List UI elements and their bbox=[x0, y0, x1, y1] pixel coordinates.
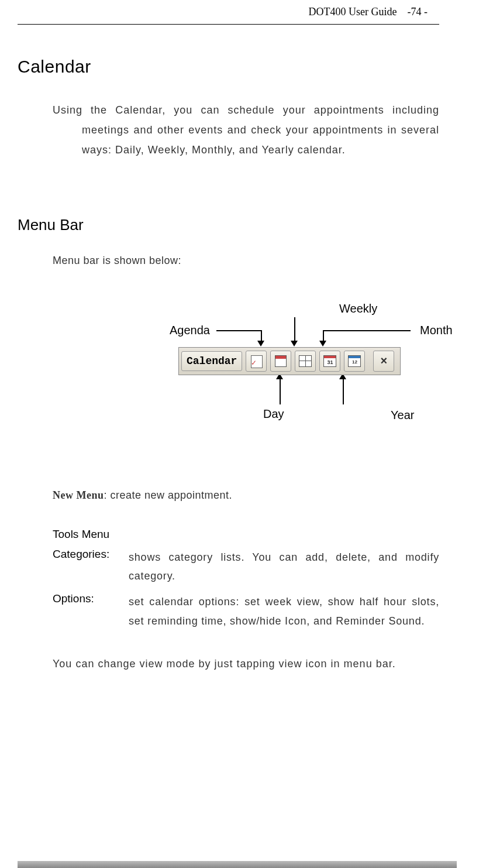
agenda-view-icon[interactable] bbox=[246, 351, 267, 372]
arrow-line bbox=[261, 330, 262, 342]
definition-row: Options: set calendar options: set week … bbox=[53, 592, 439, 630]
arrow-line bbox=[323, 330, 411, 331]
arrowhead-icon bbox=[291, 341, 298, 346]
guide-title: DOT400 User Guide bbox=[309, 6, 397, 18]
label-month: Month bbox=[420, 324, 453, 337]
arrow-line bbox=[216, 330, 262, 331]
year-view-icon[interactable]: 12 bbox=[344, 351, 365, 372]
footer-bar bbox=[18, 861, 457, 868]
arrowhead-icon bbox=[319, 341, 326, 346]
closing-paragraph: You can change view mode by just tapping… bbox=[82, 654, 439, 674]
day-view-icon[interactable] bbox=[270, 351, 291, 372]
arrowhead-icon bbox=[257, 341, 264, 346]
calendar-button[interactable]: Calendar bbox=[181, 351, 242, 371]
label-weekly: Weekly bbox=[339, 302, 377, 315]
definition-row: Categories: shows category lists. You ca… bbox=[53, 548, 439, 586]
categories-desc: shows category lists. You can add, delet… bbox=[129, 548, 439, 586]
intro-paragraph: Using the Calendar, you can schedule you… bbox=[76, 100, 439, 160]
section-menu-bar-title: Menu Bar bbox=[18, 216, 468, 234]
header-rule bbox=[18, 24, 439, 25]
arrow-line bbox=[294, 317, 295, 342]
options-term: Options: bbox=[53, 592, 129, 630]
label-day: Day bbox=[263, 407, 284, 421]
arrow-line bbox=[323, 330, 324, 342]
new-menu-desc: : create new appointment. bbox=[104, 489, 233, 501]
page-header: DOT400 User Guide -74 - bbox=[18, 0, 468, 24]
label-agenda: Agenda bbox=[170, 324, 210, 337]
label-year: Year bbox=[391, 409, 414, 422]
page-number: -74 - bbox=[408, 6, 428, 18]
arrow-line bbox=[280, 378, 281, 404]
tools-menu-heading: Tools Menu bbox=[53, 528, 468, 541]
options-desc: set calendar options: set week view, sho… bbox=[129, 592, 439, 630]
new-menu-line: New Menu: create new appointment. bbox=[53, 489, 468, 502]
arrow-line bbox=[343, 378, 344, 404]
new-menu-label: New Menu bbox=[53, 489, 104, 501]
menu-bar: Calendar 31 12 × bbox=[178, 347, 401, 375]
menu-bar-diagram: Agenda Weekly Month Day Year Calendar 31… bbox=[18, 296, 468, 431]
close-icon[interactable]: × bbox=[373, 351, 394, 372]
month-view-icon[interactable]: 31 bbox=[319, 351, 340, 372]
menu-intro-text: Menu bar is shown below: bbox=[53, 255, 468, 267]
categories-term: Categories: bbox=[53, 548, 129, 586]
page-title: Calendar bbox=[18, 57, 468, 77]
week-view-icon[interactable] bbox=[295, 351, 316, 372]
